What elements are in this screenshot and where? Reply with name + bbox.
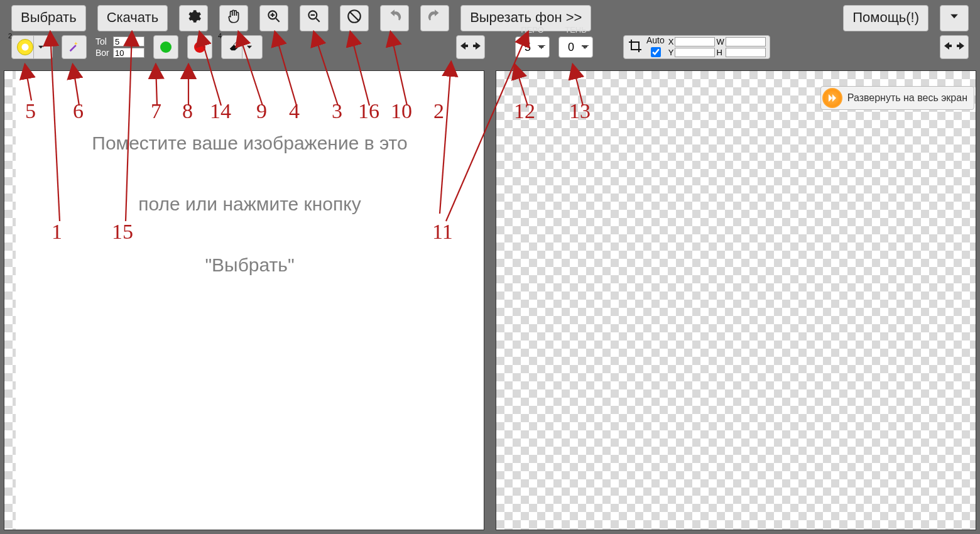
- hand-icon: [226, 8, 242, 28]
- forbid-button[interactable]: [340, 5, 369, 31]
- x-label: X: [668, 37, 674, 46]
- green-dot-icon: [160, 41, 172, 53]
- swap-right-button[interactable]: [940, 35, 969, 59]
- red-dot-icon: [194, 41, 205, 53]
- swap-left-right-button[interactable]: [456, 35, 485, 59]
- w-label: W: [716, 37, 724, 46]
- magic-wand-icon: [67, 39, 81, 56]
- gear-icon: [185, 8, 202, 28]
- crop-group: Auto X W Y H: [623, 35, 770, 59]
- pen-size-select-wrap: ПЕРО 5: [515, 36, 550, 58]
- no-entry-icon: [346, 8, 362, 28]
- shadow-select-wrap: ТЕНЬ 0: [558, 36, 593, 58]
- green-dot-tool[interactable]: [153, 35, 178, 59]
- y-label: Y: [668, 48, 674, 57]
- help-button[interactable]: Помощь(!): [843, 5, 928, 31]
- zoom-out-button[interactable]: [300, 5, 329, 31]
- expand-fullscreen-button[interactable]: Развернуть на весь экран: [820, 86, 974, 110]
- badge-number: 2: [8, 32, 12, 40]
- eraser-tool[interactable]: 4: [221, 35, 263, 59]
- settings-button[interactable]: [179, 5, 208, 31]
- undo-button[interactable]: [380, 5, 409, 31]
- h-label: H: [716, 48, 724, 57]
- redo-icon: [427, 8, 443, 28]
- chevron-down-icon[interactable]: [33, 36, 47, 58]
- hand-button[interactable]: [219, 5, 248, 31]
- tol-bor-inputs: Tol Bor: [95, 35, 144, 59]
- drop-placeholder: Поместите ваше изображение в это поле ил…: [49, 125, 451, 283]
- pen-header-label: ПЕРО: [521, 25, 544, 35]
- pen-size-select[interactable]: 5: [515, 36, 550, 58]
- crop-icon: [628, 38, 643, 57]
- undo-icon: [386, 8, 403, 28]
- download-button[interactable]: Скачать: [97, 5, 168, 31]
- bor-label: Bor: [95, 48, 113, 58]
- double-chevron-right-icon: [822, 88, 842, 108]
- color-ring-tool[interactable]: 2: [11, 35, 53, 59]
- x-input[interactable]: [675, 37, 715, 46]
- right-pane[interactable]: Развернуть на весь экран: [496, 70, 976, 530]
- swap-horizontal-icon: [944, 40, 964, 55]
- chevron-down-icon: [948, 10, 961, 26]
- red-dot-tool[interactable]: [187, 35, 212, 59]
- auto-checkbox[interactable]: [651, 47, 661, 57]
- auto-label: Auto: [646, 35, 665, 45]
- bor-input[interactable]: [113, 48, 144, 58]
- expand-label: Развернуть на весь экран: [847, 92, 967, 104]
- w-input[interactable]: [726, 37, 766, 46]
- zoom-in-button[interactable]: [259, 5, 288, 31]
- magic-wand-tool[interactable]: [62, 35, 87, 59]
- left-pane[interactable]: Поместите ваше изображение в это поле ил…: [4, 70, 484, 530]
- y-input[interactable]: [675, 48, 715, 57]
- tol-label: Tol: [95, 36, 113, 46]
- redo-button[interactable]: [420, 5, 449, 31]
- top-right-dropdown[interactable]: [940, 5, 969, 31]
- zoom-out-icon: [306, 8, 322, 28]
- swap-horizontal-icon: [460, 40, 481, 55]
- tol-input[interactable]: [113, 36, 144, 46]
- yellow-ring-icon: [17, 39, 33, 55]
- h-input[interactable]: [726, 48, 766, 57]
- badge-number: 4: [218, 32, 222, 40]
- choose-button[interactable]: Выбрать: [11, 5, 86, 31]
- zoom-in-icon: [266, 8, 282, 28]
- eraser-icon: [228, 39, 242, 56]
- chevron-down-icon[interactable]: [242, 36, 256, 58]
- shadow-select[interactable]: 0: [558, 36, 593, 58]
- shadow-header-label: ТЕНЬ: [565, 25, 587, 35]
